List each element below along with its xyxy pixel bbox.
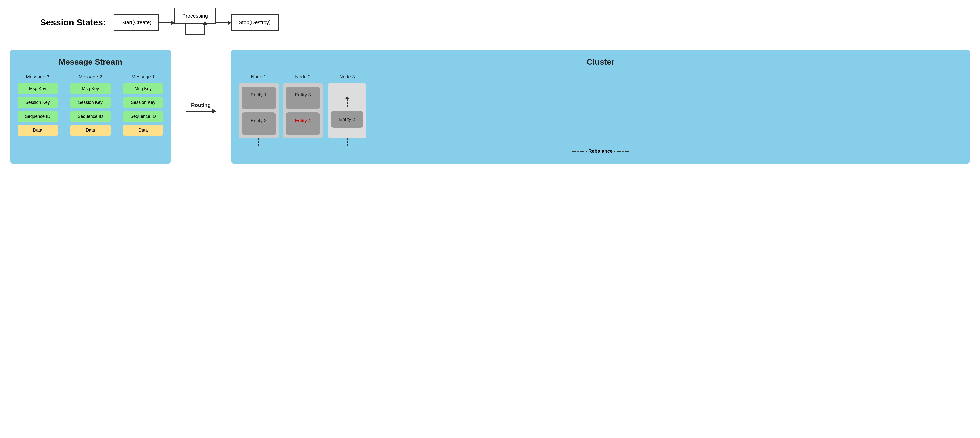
node-2-column: Node 2 Entity 3 Entity 4: [283, 74, 323, 146]
routing-label: Routing: [191, 102, 211, 108]
node3-up-arrow: [345, 96, 349, 108]
cluster-title: Cluster: [239, 57, 963, 67]
message-stream-box: Message Stream Message 3 Msg Key Session…: [10, 50, 171, 164]
nodes-row: Node 1 Entity 1 Entity 2 Node 2 En: [239, 74, 963, 146]
routing-section: Routing: [181, 50, 221, 164]
msg1-data: Data: [123, 124, 163, 136]
msg3-sequence-id: Sequence ID: [18, 111, 58, 122]
dashed-up-line: [347, 99, 348, 108]
msg3-data: Data: [18, 124, 58, 136]
node1-inner: Entity 1 Entity 2: [239, 83, 279, 139]
node2-dashed-line: [303, 139, 303, 146]
msg2-sequence-id: Sequence ID: [70, 111, 110, 122]
message-stream-title: Message Stream: [18, 57, 163, 67]
msg1-key: Msg Key: [123, 83, 163, 94]
message-2-column: Message 2 Msg Key Session Key Sequence I…: [70, 74, 110, 139]
arrow-start-to-processing: [159, 22, 174, 23]
arrow-processing-to-stop: [216, 22, 231, 23]
node2-entity3: Entity 3: [286, 87, 320, 109]
state-stop: Stop(Destroy): [231, 14, 278, 31]
arrow-up-head: [345, 96, 349, 99]
msg2-data: Data: [70, 124, 110, 136]
node3-inner: Entity 2: [328, 83, 366, 139]
messages-row: Message 3 Msg Key Session Key Sequence I…: [18, 74, 163, 139]
main-diagram: Message Stream Message 3 Msg Key Session…: [10, 50, 970, 164]
msg2-session-key: Session Key: [70, 97, 110, 108]
rebalance-label: Rebalance: [589, 148, 612, 154]
message-3-column: Message 3 Msg Key Session Key Sequence I…: [18, 74, 58, 139]
node-3-column: Node 3 Entity 2: [327, 74, 367, 146]
msg2-key: Msg Key: [70, 83, 110, 94]
session-states-title: Session States:: [40, 18, 106, 27]
routing-arrow: [186, 111, 216, 111]
node-1-column: Node 1 Entity 1 Entity 2: [239, 74, 279, 146]
msg1-title: Message 1: [123, 74, 163, 80]
node1-entity2: Entity 2: [242, 112, 276, 135]
msg1-sequence-id: Sequence ID: [123, 111, 163, 122]
loop-arrow: [185, 24, 205, 37]
rebalance-section: Rebalance: [239, 148, 963, 154]
node2-inner: Entity 3 Entity 4: [283, 83, 323, 139]
node1-dashed-line: [258, 139, 259, 146]
node3-entity2: Entity 2: [331, 111, 363, 127]
node1-entity1: Entity 1: [242, 87, 276, 109]
cluster-box: Cluster Node 1 Entity 1 Entity 2 Node: [231, 50, 970, 164]
msg3-session-key: Session Key: [18, 97, 58, 108]
node3-title: Node 3: [339, 74, 355, 80]
state-start: Start(Create): [113, 14, 159, 31]
session-states-section: Session States: Start(Create) Processing: [40, 8, 278, 37]
processing-wrapper: Processing: [174, 8, 216, 37]
node3-dashed-line: [347, 139, 348, 146]
node2-title: Node 2: [283, 74, 323, 80]
msg1-session-key: Session Key: [123, 97, 163, 108]
node1-title: Node 1: [239, 74, 279, 80]
state-processing: Processing: [174, 8, 216, 24]
node2-entity4: Entity 4: [286, 112, 320, 135]
state-boxes: Start(Create) Processing Stop: [113, 8, 278, 37]
message-1-column: Message 1 Msg Key Session Key Sequence I…: [123, 74, 163, 139]
msg2-title: Message 2: [70, 74, 110, 80]
msg3-title: Message 3: [18, 74, 58, 80]
msg3-key: Msg Key: [18, 83, 58, 94]
